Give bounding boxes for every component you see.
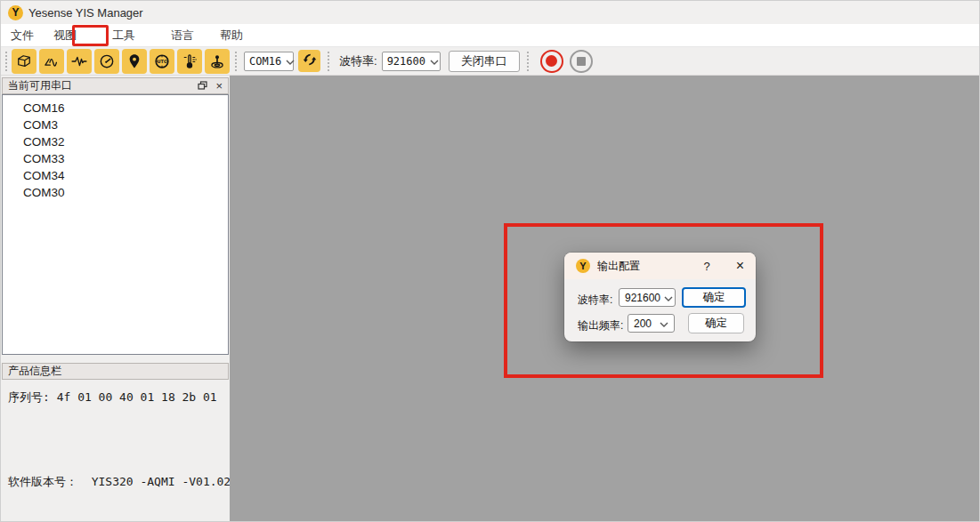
menu-bar: 文件 视图 工具 语言 帮助 [1,24,979,47]
sync-arrows-icon [302,52,318,70]
toolbar-drag-handle[interactable] [5,52,9,71]
baud-rate-value: 921600 [387,55,425,68]
gauge-icon [98,52,116,70]
serial-number-value: 4f 01 00 40 01 18 2b 01 [57,390,217,404]
serial-port-item[interactable]: COM33 [3,150,228,167]
serial-port-item[interactable]: COM34 [3,167,228,184]
info-panel-header: 产品信息栏 [2,363,229,380]
close-panel-button[interactable]: × [215,80,223,92]
utc-clock-icon: UTC [153,52,171,70]
chevron-down-icon [425,55,439,68]
dialog-baud-value: 921600 [625,292,660,304]
menu-item-tools[interactable]: 工具 [102,24,145,46]
pulse-waveform-icon [70,52,88,70]
toolbar-drag-handle[interactable] [328,52,331,71]
dialog-freq-select[interactable]: 200 [628,314,675,333]
title-bar: Y Yesense YIS Manager [1,1,979,24]
angle-wave-button[interactable] [39,49,64,74]
stop-button[interactable] [570,50,593,73]
serial-port-item[interactable]: COM3 [3,116,228,133]
menu-item-view[interactable]: 视图 [44,24,86,46]
thermometer-icon [181,52,198,70]
dialog-help-button[interactable]: ? [703,260,709,273]
baud-rate-select[interactable]: 921600 [382,52,441,71]
pose-button[interactable] [205,49,230,74]
window-title: Yesense YIS Manager [28,6,143,20]
attitude-cube-button[interactable] [12,49,36,74]
baud-rate-label: 波特率: [339,53,377,69]
dialog-freq-confirm-button[interactable]: 确定 [688,313,744,333]
serial-port-item[interactable]: COM30 [3,184,228,201]
dialog-logo-icon: Y [576,259,590,273]
close-serial-port-button[interactable]: 关闭串口 [449,51,520,72]
location-button[interactable] [122,49,147,74]
angle-waveform-icon [43,52,61,70]
app-logo-icon: Y [8,5,23,20]
toolbar-drag-handle[interactable] [235,52,239,71]
gauge-button[interactable] [94,49,119,74]
svg-text:UTC: UTC [157,58,166,63]
menu-item-help[interactable]: 帮助 [210,24,253,46]
cube-icon [15,52,33,70]
chevron-down-icon [660,292,673,304]
location-pin-icon [126,52,143,70]
left-dock-area: 当前可用串口 × COM16 COM3 COM32 COM33 COM34 CO… [1,76,230,522]
software-version-line: 软件版本号： YIS320 -AQMI -V01.02.03; [8,474,259,490]
serial-number-label: 序列号: [8,390,57,404]
port-select-value: COM16 [249,55,281,68]
product-info-panel: 序列号: 4f 01 00 40 01 18 2b 01 软件版本号： YIS3… [1,380,230,522]
serial-number-line: 序列号: 4f 01 00 40 01 18 2b 01 [8,389,217,406]
chevron-down-icon [281,55,295,68]
record-icon [546,55,557,67]
utc-time-button[interactable]: UTC [150,49,174,74]
chevron-down-icon [656,317,668,330]
dialog-freq-label: 输出频率: [578,318,623,333]
undock-icon [198,80,207,92]
toolbar: UTC COM16 波特率: 921600 关闭串口 [1,47,979,76]
port-select[interactable]: COM16 [244,52,294,71]
dialog-title: 输出配置 [597,259,703,274]
stop-icon [577,57,586,66]
serial-port-item[interactable]: COM32 [3,133,228,150]
dialog-freq-value: 200 [634,317,656,330]
dialog-body: 波特率: 921600 确定 输出频率: 200 确定 [564,279,756,341]
ports-panel-header: 当前可用串口 × [2,77,229,94]
dialog-baud-confirm-button[interactable]: 确定 [682,287,746,308]
refresh-ports-button[interactable] [298,50,320,72]
menu-item-language[interactable]: 语言 [161,24,204,46]
dialog-close-button[interactable]: × [736,259,744,273]
dialog-baud-label: 波特率: [578,293,612,308]
info-panel-title: 产品信息栏 [8,364,61,379]
temperature-button[interactable] [177,49,202,74]
serial-port-item[interactable]: COM16 [3,100,228,116]
ports-panel-title: 当前可用串口 [8,78,72,93]
app-window: Y Yesense YIS Manager 文件 视图 工具 语言 帮助 UTC [0,0,980,522]
raw-wave-button[interactable] [67,49,92,74]
menu-item-file[interactable]: 文件 [1,24,44,46]
joystick-icon [208,52,226,70]
float-panel-button[interactable] [198,80,207,92]
close-icon: × [215,80,223,92]
output-config-dialog: Y 输出配置 ? × 波特率: 921600 确定 输出频率: 200 确定 [564,253,756,341]
dialog-baud-select[interactable]: 921600 [619,288,676,307]
serial-port-list: COM16 COM3 COM32 COM33 COM34 COM30 [2,94,229,355]
record-button[interactable] [540,50,563,73]
toolbar-drag-handle[interactable] [527,52,530,71]
software-version-label: 软件版本号： [8,475,92,488]
dialog-title-bar: Y 输出配置 ? × [564,253,756,279]
